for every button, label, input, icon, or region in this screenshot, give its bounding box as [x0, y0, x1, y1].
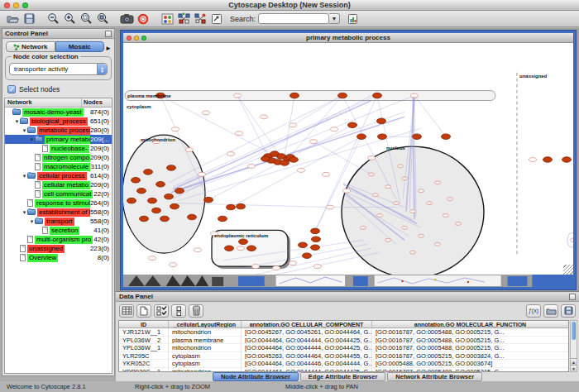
nucleus-node[interactable]: [369, 173, 375, 176]
network-node[interactable]: [170, 203, 179, 209]
table-row[interactable]: YJR121W__1mitochondrion[GO:0045267, GO:0…: [119, 328, 568, 337]
nucleus-node[interactable]: [456, 222, 462, 225]
search-input[interactable]: [258, 13, 329, 24]
vizmapper-button[interactable]: [159, 12, 175, 26]
new-attribute-button[interactable]: [136, 304, 151, 318]
network-node[interactable]: [218, 216, 227, 222]
column-header[interactable]: _cellularLayoutRegion: [169, 321, 242, 327]
network-node[interactable]: [378, 134, 387, 140]
tab-mosaic[interactable]: Mosaic: [55, 41, 105, 52]
network-node[interactable]: [312, 237, 321, 242]
network-node[interactable]: [204, 197, 213, 203]
network-node-open[interactable]: [199, 172, 206, 176]
network-node-open[interactable]: [298, 169, 305, 173]
tab-edge-attribute-browser[interactable]: Edge Attribute Browser: [300, 372, 385, 381]
network-node-open[interactable]: [203, 111, 210, 115]
table-row[interactable]: YKR052Ccytoplasm[GO:0044464, GO:0044446,…: [119, 360, 568, 368]
network-canvas[interactable]: plasma membranecytoplasmmitochondrionnuc…: [123, 43, 573, 275]
nucleus-node[interactable]: [410, 251, 416, 254]
import-attributes-button[interactable]: [543, 304, 558, 318]
tab-network[interactable]: Network: [6, 41, 55, 52]
tree-row[interactable]: nucleobase-209(0): [5, 144, 112, 153]
nucleus-node[interactable]: [402, 226, 408, 229]
network-node[interactable]: [140, 216, 149, 222]
network-node[interactable]: [137, 188, 146, 194]
nucleus-node[interactable]: [373, 194, 379, 197]
nucleus-node[interactable]: [402, 177, 408, 180]
tree-row[interactable]: response to stimulu264(0): [5, 198, 112, 208]
network-node[interactable]: [562, 157, 572, 163]
tree-row[interactable]: ▼metabolic process280(0): [5, 126, 112, 135]
nucleus-node[interactable]: [394, 202, 400, 205]
tab-node-attribute-browser[interactable]: Node Attribute Browser: [213, 372, 299, 381]
column-header[interactable]: annotation.GO MOLECULAR_FUNCTION: [372, 321, 568, 327]
nucleus-node[interactable]: [398, 165, 404, 168]
attribute-grid-button[interactable]: [119, 304, 134, 318]
open-session-button[interactable]: [4, 12, 21, 26]
network-node-open[interactable]: [310, 140, 318, 144]
table-scrollbar[interactable]: ▲ ▼: [570, 320, 577, 372]
column-header[interactable]: annotation.GO CELLULAR_COMPONENT: [242, 321, 372, 327]
zoom-in-button[interactable]: [61, 12, 78, 26]
window-titlebar[interactable]: Cytoscape Desktop (New Session): [0, 0, 579, 11]
network-node[interactable]: [338, 93, 347, 98]
network-node[interactable]: [377, 118, 386, 124]
network-node-open[interactable]: [290, 261, 297, 265]
network-node-open[interactable]: [234, 93, 242, 98]
network-node[interactable]: [543, 157, 553, 163]
network-node[interactable]: [237, 203, 246, 209]
network-view-button[interactable]: [175, 12, 192, 26]
select-attributes-button[interactable]: [154, 304, 169, 318]
network-node[interactable]: [299, 242, 308, 248]
tree-row[interactable]: nitrogen compo209(0): [5, 153, 112, 162]
network-node[interactable]: [303, 253, 312, 259]
network-node[interactable]: [160, 216, 170, 222]
table-row[interactable]: YPL036W__2plasma membrane[GO:0044464, GO…: [119, 337, 568, 345]
attribute-editor-button[interactable]: [344, 12, 361, 26]
network-node-open[interactable]: [323, 172, 330, 176]
table-row[interactable]: YLR295Ccytoplasm[GO:0045263, GO:0044464,…: [119, 352, 568, 361]
delete-attribute-button[interactable]: [189, 304, 203, 318]
tree-row[interactable]: secretion41(0): [5, 226, 112, 235]
nucleus-node[interactable]: [447, 198, 453, 201]
network-node[interactable]: [247, 246, 256, 251]
network-node[interactable]: [225, 246, 234, 251]
network-node-open[interactable]: [248, 165, 256, 169]
search-dropdown-button[interactable]: ▼: [329, 13, 340, 24]
network-node-open[interactable]: [273, 266, 280, 270]
network-node-open[interactable]: [261, 115, 268, 119]
network-node[interactable]: [165, 194, 174, 199]
network-node-open[interactable]: [331, 127, 338, 131]
nucleus-node[interactable]: [377, 214, 383, 218]
network-node[interactable]: [290, 157, 299, 163]
tree-row[interactable]: macromolecule311(0): [5, 162, 112, 171]
network-node[interactable]: [357, 134, 366, 140]
network-edit-button[interactable]: [192, 12, 208, 26]
network-node-open[interactable]: [194, 248, 202, 252]
expand-arrow-icon[interactable]: ▼: [22, 210, 27, 215]
network-node-open[interactable]: [227, 152, 235, 156]
tab-network-attribute-browser[interactable]: Network Attribute Browser: [387, 372, 482, 381]
tree-row[interactable]: cellular metabo209(0): [5, 180, 112, 189]
network-node[interactable]: [239, 239, 248, 245]
nucleus-node[interactable]: [361, 226, 366, 229]
formula-builder-button[interactable]: ƒ(x): [526, 304, 541, 318]
tree-row[interactable]: Overview8(0): [5, 253, 112, 262]
network-node[interactable]: [144, 170, 153, 175]
network-view-window[interactable]: primary metabolic process plasma membran…: [121, 31, 576, 289]
float-panel-icon[interactable]: [105, 31, 112, 37]
scroll-up-icon[interactable]: ▲: [571, 358, 577, 365]
network-node[interactable]: [311, 245, 320, 251]
help-button[interactable]: [135, 12, 151, 26]
network-node[interactable]: [148, 198, 157, 203]
network-node[interactable]: [132, 178, 141, 184]
network-node[interactable]: [227, 204, 236, 210]
network-node[interactable]: [152, 208, 161, 213]
tree-row[interactable]: ▼establishment of lo558(0): [5, 208, 112, 217]
network-node-open[interactable]: [170, 263, 177, 267]
nucleus-node[interactable]: [419, 189, 424, 193]
zoom-fit-button[interactable]: [78, 12, 94, 26]
network-node[interactable]: [373, 93, 382, 98]
snapshot-button[interactable]: [118, 12, 135, 26]
annotation-button[interactable]: [208, 12, 225, 26]
